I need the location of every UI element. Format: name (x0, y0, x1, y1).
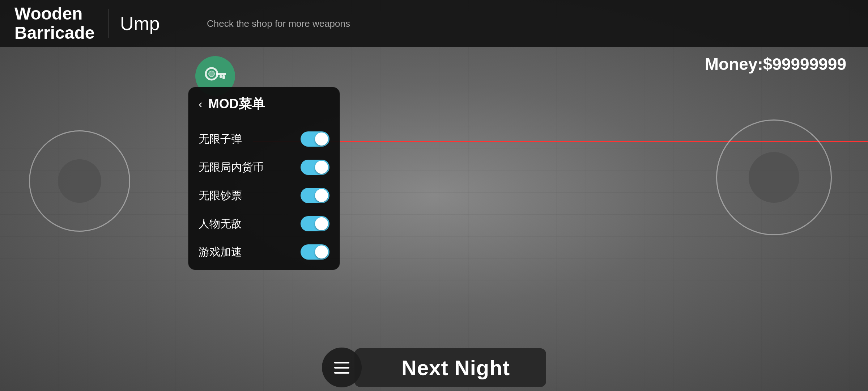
svg-rect-2 (216, 73, 226, 75)
toggle-slider-infinite-currency (301, 160, 329, 175)
back-button[interactable]: ‹ (199, 97, 203, 111)
mod-item-label-infinite-currency: 无限局内货币 (199, 160, 264, 175)
mod-item-label-invincible: 人物无敌 (199, 216, 242, 231)
header-divider (109, 9, 109, 38)
joystick-left[interactable] (29, 130, 130, 232)
mod-item-label-infinite-ammo: 无限子弹 (199, 132, 242, 147)
bottom-bar: Next Night (0, 344, 868, 391)
toggle-speed-boost[interactable] (301, 244, 329, 260)
svg-rect-3 (222, 75, 225, 79)
header-bar: WoodenBarricade Ump Check the shop for m… (0, 0, 868, 47)
toggle-slider-infinite-ammo (301, 131, 329, 147)
toggle-slider-invincible (301, 216, 329, 231)
next-night-button[interactable]: Next Night (354, 348, 546, 387)
mod-menu-items: 无限子弹 无限局内货币 无限钞票 人物无敌 (188, 121, 340, 270)
key-icon (203, 64, 227, 88)
mod-item-speed-boost: 游戏加速 (188, 238, 340, 266)
money-display: Money:$99999999 (705, 54, 846, 74)
joystick-right-inner (749, 152, 799, 203)
joystick-left-outer (29, 130, 130, 232)
mod-item-infinite-currency: 无限局内货币 (188, 153, 340, 181)
weapon-label: Ump (120, 13, 192, 34)
joystick-right-outer (716, 119, 832, 235)
mod-menu-title: MOD菜单 (208, 95, 265, 113)
toggle-slider-speed-boost (301, 244, 329, 260)
toggle-infinite-cash[interactable] (301, 188, 329, 203)
mod-item-infinite-ammo: 无限子弹 (188, 125, 340, 153)
joystick-left-inner (58, 159, 101, 203)
joystick-right[interactable] (716, 119, 832, 235)
toggle-invincible[interactable] (301, 216, 329, 231)
mod-menu-panel: ‹ MOD菜单 无限子弹 无限局内货币 无限钞票 人物无敌 (188, 87, 340, 270)
hamburger-icon (334, 362, 349, 374)
shop-hint: Check the shop for more weapons (207, 18, 350, 29)
mod-item-infinite-cash: 无限钞票 (188, 181, 340, 210)
svg-rect-4 (220, 75, 222, 78)
mod-menu-header: ‹ MOD菜单 (188, 87, 340, 121)
hamburger-line-3 (334, 372, 349, 374)
mod-item-label-speed-boost: 游戏加速 (199, 245, 242, 260)
toggle-infinite-currency[interactable] (301, 160, 329, 175)
toggle-slider-infinite-cash (301, 188, 329, 203)
hamburger-line-2 (334, 367, 349, 369)
barricade-label: WoodenBarricade (14, 4, 98, 43)
menu-button[interactable] (322, 348, 362, 387)
mod-item-label-infinite-cash: 无限钞票 (199, 188, 242, 203)
mod-item-invincible: 人物无敌 (188, 210, 340, 238)
hamburger-line-1 (334, 362, 349, 363)
toggle-infinite-ammo[interactable] (301, 131, 329, 147)
svg-point-1 (209, 71, 214, 77)
